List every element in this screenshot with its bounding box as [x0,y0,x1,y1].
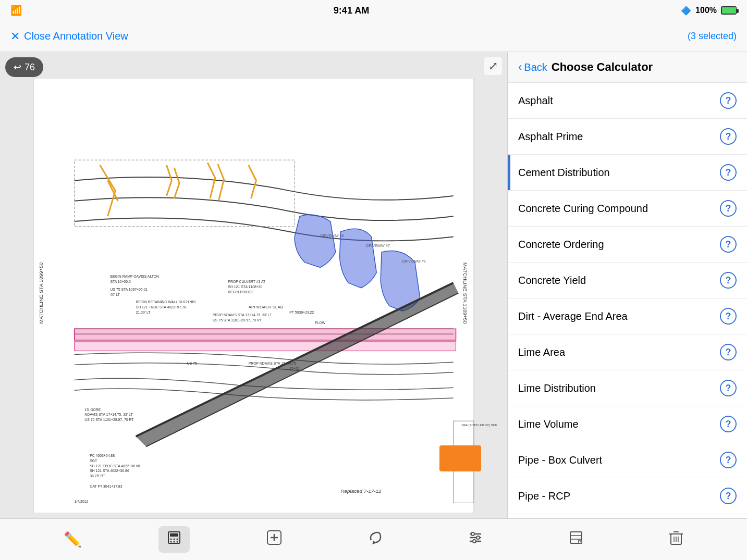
svg-text:PT 5038+23.22: PT 5038+23.22 [289,310,314,314]
svg-point-56 [471,532,474,536]
calculator-item-label-concrete-curing-compound: Concrete Curing Compound [518,203,648,215]
calculator-icon [167,530,181,549]
svg-text:BEGIN RAMP OAVISS ALTON: BEGIN RAMP OAVISS ALTON [110,275,159,278]
close-label: Close Annotation View [24,30,128,42]
calculator-header: ‹ Back Choose Calculator [508,52,747,83]
orange-annotation-rect [439,445,481,471]
calculator-item-asphalt-prime[interactable]: Asphalt Prime? [508,119,747,155]
calculator-item-lime-volume[interactable]: Lime Volume? [508,406,747,442]
calculator-item-concrete-yield[interactable]: Concrete Yield? [508,263,747,298]
calculator-item-pipe-rcp[interactable]: Pipe - RCP? [508,478,747,514]
svg-text:DRIVEWAY #7: DRIVEWAY #7 [366,244,390,247]
calculator-item-concrete-ordering[interactable]: Concrete Ordering? [508,227,747,263]
svg-text:NDAVIS STA 17+14.75, 33' LT: NDAVIS STA 17+14.75, 33' LT [84,413,133,416]
bottom-toolbar: ✏️ [0,518,747,560]
svg-text:SH 121 STA 4022+36.86: SH 121 STA 4022+36.86 [90,469,129,472]
svg-text:21.00' LT: 21.00' LT [136,310,151,314]
help-button-concrete-curing-compound[interactable]: ? [720,200,737,217]
close-annotation-button[interactable]: ✕ Close Annotation View [10,30,128,43]
calculator-item-concrete-curing-compound[interactable]: Concrete Curing Compound? [508,191,747,227]
blueprint-drawing: MATCHLINE STA 1099+50 MATCHLINE STA 1109… [10,78,497,513]
calculator-item-label-lime-area: Lime Area [518,346,565,358]
calculator-tool-button[interactable] [158,526,190,553]
calculator-item-label-dirt-average-end-area: Dirt - Average End Area [518,310,628,322]
back-button[interactable]: ‹ Back [518,60,547,74]
calculator-item-lime-distribution[interactable]: Lime Distribution? [508,370,747,406]
svg-text:SH 121 STA 1108+30: SH 121 STA 1108+30 [228,285,262,289]
calculator-panel: ‹ Back Choose Calculator Asphalt?Asphalt… [507,52,747,518]
help-button-cement-distribution[interactable]: ? [720,164,737,181]
svg-text:15' GORE: 15' GORE [84,408,101,412]
calculator-item-label-cement-distribution: Cement Distribution [518,167,610,179]
calculator-item-label-asphalt-prime: Asphalt Prime [518,131,583,143]
svg-point-58 [473,540,476,543]
svg-point-44 [170,539,172,540]
count-label: 76 [25,62,35,73]
svg-text:US 75 STA 1101+29.97, 70 RT: US 75 STA 1101+29.97, 70 RT [84,418,134,421]
calculator-item-lime-area[interactable]: Lime Area? [508,334,747,370]
svg-text:FLOW: FLOW [315,321,325,325]
svg-text:US 75: US 75 [187,362,197,365]
settings-tool-button[interactable] [459,526,492,553]
help-button-pipe-rcp[interactable]: ? [720,488,737,504]
blueprint-panel: ↩ 76 ⤢ MATCHLINE STA 1099+50 MATCHLINE S… [0,52,507,518]
svg-text:Replaced 7-17-12: Replaced 7-17-12 [341,488,382,494]
help-button-lime-volume[interactable]: ? [720,416,737,432]
lasso-tool-button[interactable] [359,526,391,553]
lasso-icon [367,530,383,549]
svg-point-48 [173,541,175,543]
calculator-item-cement-distribution[interactable]: Cement Distribution? [508,155,747,191]
expand-button[interactable]: ⤢ [484,57,502,75]
panel-title: Choose Calculator [552,60,653,74]
svg-point-47 [170,541,172,543]
svg-text:DRIVEWAY #6: DRIVEWAY #6 [320,234,344,238]
svg-text:APPROACH SLAB: APPROACH SLAB [249,305,283,309]
trash-tool-button[interactable] [660,526,692,553]
battery-icon [721,6,737,15]
pencil-icon: ✏️ [64,531,82,548]
back-arrow-icon: ↩ [14,61,21,73]
back-chevron-icon: ‹ [518,60,522,74]
help-button-pipe-box-culvert[interactable]: ? [720,452,737,468]
svg-point-57 [476,536,480,539]
layers-tool-button[interactable] [560,526,592,553]
calculator-item-label-pipe-box-culvert: Pipe - Box Culvert [518,454,602,466]
status-time: 9:41 AM [334,5,369,16]
svg-text:MATCHLINE STA 1099+50: MATCHLINE STA 1099+50 [38,262,44,323]
help-button-asphalt[interactable]: ? [720,92,737,109]
expand-icon: ⤢ [488,59,498,72]
help-button-concrete-ordering[interactable]: ? [720,236,737,253]
svg-text:SEE (SH121 EB DC) SHEETS: SEE (SH121 EB DC) SHEETS [461,424,497,427]
battery-label: 100% [695,6,717,15]
back-label: Back [524,61,547,73]
pencil-tool-button[interactable]: ✏️ [55,527,90,552]
help-button-lime-area[interactable]: ? [720,344,737,360]
help-button-asphalt-prime[interactable]: ? [720,128,737,145]
calculator-item-asphalt[interactable]: Asphalt? [508,83,747,119]
calculator-item-dirt-average-end-area[interactable]: Dirt - Average End Area? [508,298,747,334]
status-left: 📶 [10,5,22,16]
svg-point-49 [176,541,178,543]
svg-rect-7 [75,342,456,351]
svg-text:SH 121 EBDC STA 4022+36.88: SH 121 EBDC STA 4022+36.88 [90,464,140,468]
calculator-item-pipe-box-culvert[interactable]: Pipe - Box Culvert? [508,442,747,478]
add-icon [266,530,282,549]
add-tool-button[interactable] [258,526,290,553]
wifi-icon: 📶 [10,5,22,16]
svg-text:40' LT: 40' LT [110,293,120,296]
svg-text:DRIVEWAY #8: DRIVEWAY #8 [402,259,425,263]
bluetooth-icon: 🔷 [681,6,691,16]
back-count-button[interactable]: ↩ 76 [5,57,43,77]
status-bar: 📶 9:41 AM 🔷 100% [0,0,747,21]
help-button-concrete-yield[interactable]: ? [720,272,737,289]
calculator-item-label-concrete-yield: Concrete Yield [518,275,586,287]
svg-text:PC 4003+04.88: PC 4003+04.88 [90,454,115,457]
blueprint-toolbar: ↩ 76 [5,57,43,77]
calculator-item-rebar[interactable]: Rebar? [508,514,747,518]
header-left: ✕ Close Annotation View [10,30,128,43]
help-button-lime-distribution[interactable]: ? [720,380,737,396]
svg-point-45 [173,539,175,540]
help-button-dirt-average-end-area[interactable]: ? [720,308,737,325]
trash-icon [669,530,683,549]
calculator-item-label-lime-volume: Lime Volume [518,418,579,430]
